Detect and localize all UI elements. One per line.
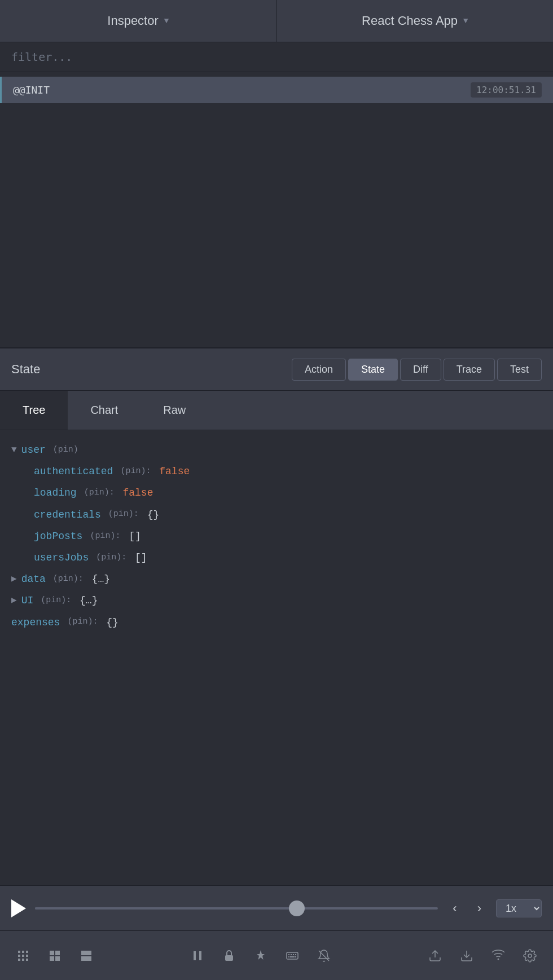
filter-bar: [0, 42, 553, 72]
outer-tab-label: State: [11, 362, 40, 377]
action-item[interactable]: @@INIT 12:00:51.31: [0, 77, 553, 103]
grid-medium-button[interactable]: [41, 942, 69, 970]
tab-state[interactable]: State: [348, 359, 398, 381]
sub-tab-raw[interactable]: Raw: [141, 391, 208, 430]
scrubber-track[interactable]: [35, 907, 438, 910]
bell-off-icon: [317, 949, 331, 963]
key-loading: loading: [34, 483, 77, 502]
signal-button[interactable]: [484, 942, 512, 970]
svg-rect-10: [55, 951, 60, 955]
value-loading: false: [117, 483, 153, 502]
svg-rect-11: [50, 956, 54, 961]
pin-loading: (pin):: [79, 485, 115, 501]
tree-row: credentials (pin): {}: [11, 504, 542, 526]
key-jobposts: jobPosts: [34, 527, 82, 546]
tree-row: authenticated (pin): false: [11, 461, 542, 482]
expand-arrow-ui[interactable]: ▶: [11, 592, 17, 609]
tree-row: ▶ UI (pin): {…}: [11, 590, 542, 611]
key-data: data: [21, 570, 46, 589]
upload-button[interactable]: [421, 942, 449, 970]
inspector-section: Inspector ▼: [0, 0, 277, 42]
pin-usersjobs: (pin):: [91, 550, 126, 566]
svg-rect-2: [26, 951, 28, 953]
speed-select[interactable]: 1x 2x 0.5x: [496, 899, 542, 917]
tab-test[interactable]: Test: [497, 359, 542, 381]
tab-diff[interactable]: Diff: [400, 359, 441, 381]
svg-rect-7: [22, 959, 24, 961]
keyboard-icon: [286, 949, 299, 963]
state-tree: ▼ user (pin) authenticated (pin): false …: [0, 430, 553, 642]
app-title: React Chess App: [362, 14, 458, 28]
pin-expenses: (pin):: [62, 614, 98, 630]
svg-rect-9: [50, 951, 54, 955]
expand-arrow-user[interactable]: ▼: [11, 442, 17, 458]
filter-input[interactable]: [11, 50, 542, 64]
svg-rect-13: [81, 951, 91, 955]
pin-authenticated: (pin):: [115, 463, 151, 480]
prev-button[interactable]: ‹: [447, 899, 462, 918]
svg-rect-14: [81, 956, 91, 961]
sub-tab-bar: Tree Chart Raw: [0, 391, 553, 430]
grid-large-button[interactable]: [72, 942, 100, 970]
header: Inspector ▼ React Chess App ▼: [0, 0, 553, 42]
pin-button[interactable]: [247, 942, 275, 970]
download-icon: [460, 949, 473, 963]
tree-row: usersJobs (pin): []: [11, 547, 542, 568]
action-time: 12:00:51.31: [471, 82, 542, 98]
value-expenses: {}: [100, 613, 118, 632]
keyboard-button[interactable]: [278, 942, 306, 970]
grid-large-icon: [80, 949, 93, 963]
tree-row: jobPosts (pin): []: [11, 526, 542, 547]
sub-tab-chart[interactable]: Chart: [68, 391, 141, 430]
key-authenticated: authenticated: [34, 462, 113, 481]
bell-off-button[interactable]: [310, 942, 338, 970]
svg-rect-8: [26, 959, 28, 961]
svg-rect-4: [22, 955, 24, 957]
key-ui: UI: [21, 591, 34, 610]
toolbar-center-group: [183, 942, 338, 970]
action-name: @@INIT: [13, 84, 50, 96]
tab-trace[interactable]: Trace: [444, 359, 495, 381]
tree-row: ▶ data (pin): {…}: [11, 568, 542, 590]
playback-bar: ‹ › 1x 2x 0.5x: [0, 885, 553, 930]
download-button[interactable]: [453, 942, 481, 970]
settings-button[interactable]: [516, 942, 544, 970]
toolbar-left-group: [9, 942, 100, 970]
grid-small-button[interactable]: [9, 942, 37, 970]
expand-arrow-data[interactable]: ▶: [11, 571, 17, 588]
grid-small-icon: [16, 949, 30, 963]
svg-rect-22: [295, 954, 296, 955]
outer-tab-bar: State Action State Diff Trace Test: [0, 348, 553, 391]
scrubber-thumb[interactable]: [289, 900, 305, 916]
svg-rect-5: [26, 955, 28, 957]
svg-rect-17: [225, 955, 233, 961]
value-credentials: {}: [141, 505, 159, 524]
play-triangle-icon: [11, 899, 26, 917]
pin-credentials: (pin):: [103, 506, 139, 523]
inspector-title: Inspector: [107, 14, 159, 28]
svg-rect-1: [22, 951, 24, 953]
pin-jobposts: (pin):: [85, 528, 120, 545]
pause-button[interactable]: [183, 942, 212, 970]
sub-tab-tree[interactable]: Tree: [0, 391, 68, 430]
next-button[interactable]: ›: [472, 899, 487, 918]
svg-rect-6: [18, 959, 20, 961]
svg-rect-12: [55, 956, 60, 961]
pause-icon: [191, 949, 204, 963]
tab-action[interactable]: Action: [292, 359, 346, 381]
tree-row: loading (pin): false: [11, 482, 542, 504]
toolbar-right-group: [421, 942, 544, 970]
value-jobposts: []: [122, 527, 141, 546]
inspector-dropdown-icon[interactable]: ▼: [164, 16, 169, 25]
pin-icon: [254, 949, 267, 963]
svg-rect-18: [287, 952, 298, 959]
app-section: React Chess App ▼: [277, 0, 554, 42]
svg-rect-3: [18, 955, 20, 957]
value-usersjobs: []: [129, 548, 147, 567]
upload-icon: [428, 949, 442, 963]
app-dropdown-icon[interactable]: ▼: [463, 16, 468, 25]
lock-button[interactable]: [215, 942, 243, 970]
play-button[interactable]: [11, 899, 26, 917]
svg-point-29: [498, 958, 499, 960]
value-data: {…}: [86, 570, 110, 589]
